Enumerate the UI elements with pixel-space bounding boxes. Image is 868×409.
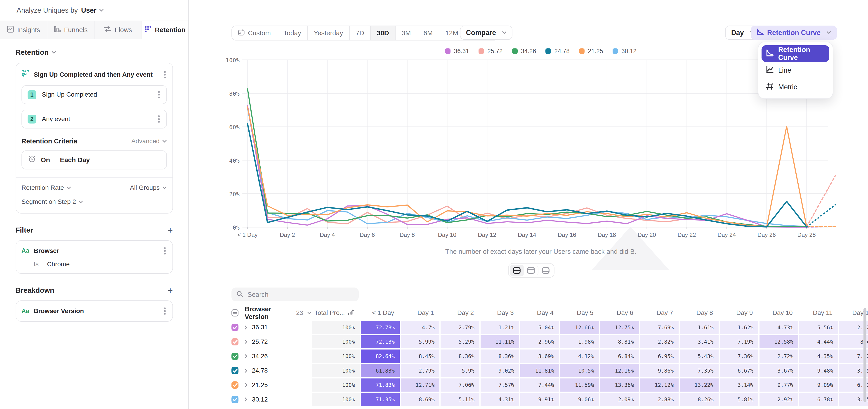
retention-cell[interactable]: 4.35%: [799, 350, 838, 363]
viz-menu-item-metric[interactable]: Metric: [762, 79, 829, 95]
expand-row-icon[interactable]: [245, 340, 247, 344]
retention-cell[interactable]: 11.11%: [480, 335, 519, 349]
retention-cell[interactable]: 5.43%: [680, 350, 718, 363]
expand-row-icon[interactable]: [245, 369, 247, 373]
viz-menu-item-line[interactable]: Line: [762, 62, 829, 79]
retention-cell[interactable]: 12.12%: [640, 378, 679, 392]
legend-item-25.72[interactable]: 25.72: [478, 48, 503, 55]
day-column-header[interactable]: Day 8: [680, 305, 718, 321]
legend-item-30.12[interactable]: 30.12: [613, 48, 637, 55]
select-all-checkbox[interactable]: [231, 309, 239, 317]
table-scrollbar[interactable]: [864, 308, 866, 402]
retention-cell[interactable]: 12.58%: [760, 335, 798, 349]
total-column-header[interactable]: Total Pro...: [312, 305, 360, 321]
retention-cell[interactable]: 5.11%: [440, 393, 479, 406]
retention-cell[interactable]: 6.84%: [600, 350, 639, 363]
retention-cell[interactable]: 6.95%: [640, 350, 679, 363]
range-7d[interactable]: 7D: [350, 26, 371, 40]
retention-cell[interactable]: 5.29%: [440, 335, 479, 349]
retention-cell[interactable]: 1.61%: [680, 321, 718, 334]
retention-cell[interactable]: 2.72%: [760, 350, 798, 363]
retention-cell[interactable]: 72.13%: [361, 335, 400, 349]
add-filter-button[interactable]: +: [168, 226, 173, 235]
row-checkbox[interactable]: [231, 381, 239, 389]
row-checkbox[interactable]: [231, 338, 239, 345]
retention-cell[interactable]: 5.9%: [440, 364, 479, 377]
retention-cell[interactable]: 9.06%: [560, 393, 599, 406]
retention-cell[interactable]: 12.71%: [401, 378, 439, 392]
tab-flows[interactable]: Flows: [94, 21, 142, 39]
day-column-header[interactable]: Day 7: [640, 305, 679, 321]
legend-item-34.26[interactable]: 34.26: [512, 48, 536, 55]
criteria-on-card[interactable]: On Each Day: [22, 150, 167, 169]
retention-cell[interactable]: 4.44%: [799, 335, 838, 349]
retention-cell[interactable]: 12.75%: [600, 321, 639, 334]
retention-cell[interactable]: 8.26%: [680, 393, 718, 406]
retention-section-heading[interactable]: Retention: [16, 48, 173, 57]
legend-item-36.31[interactable]: 36.31: [445, 48, 469, 55]
retention-cell[interactable]: 5.81%: [720, 393, 758, 406]
breakdown-card[interactable]: Aa Browser Version: [16, 300, 173, 322]
chevron-down-icon[interactable]: [99, 9, 104, 11]
retention-cell[interactable]: 4.73%: [760, 321, 798, 334]
range-custom[interactable]: Custom: [232, 26, 277, 40]
range-30d[interactable]: 30D: [371, 26, 396, 40]
retention-cell[interactable]: 8.36%: [480, 350, 519, 363]
kebab-menu-icon[interactable]: [157, 90, 161, 99]
tab-insights[interactable]: Insights: [0, 21, 47, 39]
retention-cell[interactable]: 8.69%: [401, 393, 439, 406]
day-column-header[interactable]: Day 1: [401, 305, 439, 321]
retention-cell[interactable]: 2.88%: [640, 393, 679, 406]
expand-row-icon[interactable]: [245, 383, 247, 387]
retention-cell[interactable]: 5.04%: [520, 321, 559, 334]
retention-cell[interactable]: 7.36%: [720, 350, 758, 363]
retention-cell[interactable]: 13.22%: [680, 378, 718, 392]
retention-cell[interactable]: 1.21%: [480, 321, 519, 334]
row-checkbox[interactable]: [231, 396, 239, 403]
kebab-menu-icon[interactable]: [163, 306, 167, 316]
retention-cell[interactable]: 4.12%: [560, 350, 599, 363]
retention-cell[interactable]: 6.78%: [799, 393, 838, 406]
expand-row-icon[interactable]: [245, 325, 247, 330]
retention-cell[interactable]: 12.16%: [600, 364, 639, 377]
retention-rate-dropdown[interactable]: Retention Rate: [22, 184, 71, 192]
retention-cell[interactable]: 2.79%: [401, 364, 439, 377]
analyze-uniques-value[interactable]: User: [81, 6, 96, 14]
retention-cell[interactable]: 3.14%: [720, 378, 758, 392]
table-only-view-button[interactable]: [538, 265, 553, 276]
day-column-header[interactable]: Day 3: [480, 305, 519, 321]
filter-card[interactable]: Aa Browser Is Chrome: [16, 240, 173, 274]
retention-cell[interactable]: 61.83%: [361, 364, 400, 377]
retention-cell[interactable]: 8.81%: [600, 335, 639, 349]
group-column-header[interactable]: Browser Version23: [245, 305, 311, 321]
retention-cell[interactable]: 7.19%: [720, 335, 758, 349]
row-checkbox[interactable]: [231, 367, 239, 374]
day-column-header[interactable]: Day 10: [760, 305, 798, 321]
retention-cell[interactable]: 11.81%: [520, 364, 559, 377]
retention-cell[interactable]: 5.56%: [799, 321, 838, 334]
retention-cell[interactable]: 7.69%: [640, 321, 679, 334]
retention-cell[interactable]: 9.02%: [480, 364, 519, 377]
retention-cell[interactable]: 10.5%: [560, 364, 599, 377]
day-column-header[interactable]: Day 6: [600, 305, 639, 321]
expand-row-icon[interactable]: [245, 397, 247, 402]
retention-cell[interactable]: 3.69%: [520, 350, 559, 363]
day-column-header[interactable]: Day 4: [520, 305, 559, 321]
retention-cell[interactable]: 7.35%: [680, 364, 718, 377]
kebab-menu-icon[interactable]: [163, 246, 167, 256]
query-step-1[interactable]: 1Sign Up Completed: [22, 85, 167, 104]
retention-cell[interactable]: 71.35%: [361, 393, 400, 406]
retention-cell[interactable]: 5.99%: [401, 335, 439, 349]
row-checkbox[interactable]: [231, 353, 239, 360]
tab-funnels[interactable]: Funnels: [47, 21, 94, 39]
retention-cell[interactable]: 2.79%: [440, 321, 479, 334]
retention-cell[interactable]: 9.48%: [799, 364, 838, 377]
retention-cell[interactable]: 8.36%: [440, 350, 479, 363]
chart-only-view-button[interactable]: [524, 265, 539, 276]
retention-cell[interactable]: 9.77%: [760, 378, 798, 392]
retention-cell[interactable]: 2.92%: [760, 393, 798, 406]
day-column-header[interactable]: Day 11: [799, 305, 838, 321]
retention-cell[interactable]: 1.98%: [560, 335, 599, 349]
retention-cell[interactable]: 71.83%: [361, 378, 400, 392]
split-view-button[interactable]: [510, 265, 524, 276]
